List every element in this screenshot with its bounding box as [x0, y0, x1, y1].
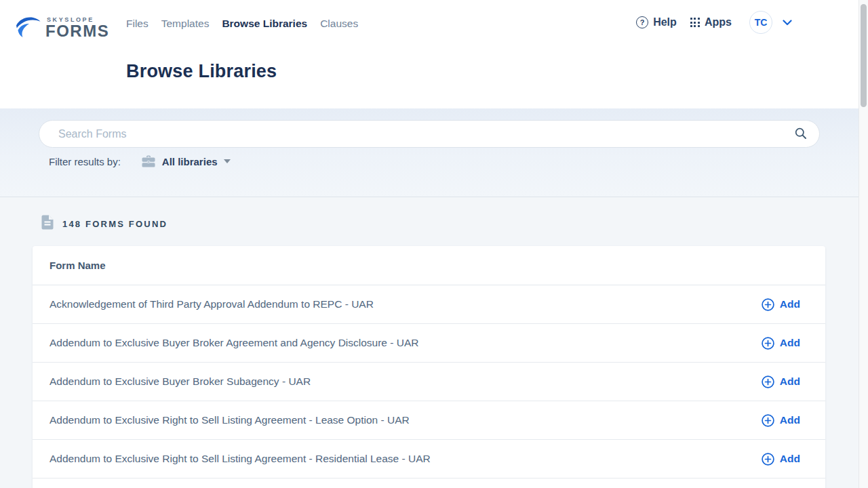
add-form-button[interactable]: Add [762, 337, 800, 350]
search-section: Filter results by: All libraries [0, 108, 868, 197]
results-summary: 148 FORMS FOUND [41, 215, 167, 232]
vertical-scrollbar-thumb[interactable] [861, 4, 867, 107]
filter-label: Filter results by: [49, 156, 121, 167]
plus-circle-icon [762, 414, 774, 427]
search-icon[interactable] [794, 127, 808, 143]
table-row[interactable]: Addendum to Exclusive Buyer Broker Agree… [33, 324, 825, 363]
nav-item-browse-libraries[interactable]: Browse Libraries [222, 18, 307, 29]
search-input[interactable] [39, 120, 820, 148]
add-button-label: Add [780, 298, 800, 310]
add-form-button[interactable]: Add [762, 414, 800, 427]
forms-found-count: 148 FORMS FOUND [62, 219, 167, 229]
table-row[interactable]: Addendum to Exclusive Buyer Broker Subag… [33, 363, 825, 401]
forms-table: Form Name Acknowledgement of Third Party… [33, 246, 825, 488]
top-header: SKYSLOPE FORMS Files Templates Browse Li… [0, 0, 868, 108]
user-avatar[interactable]: TC [749, 11, 772, 34]
table-row[interactable]: Acknowledgement of Third Party Approval … [33, 285, 825, 324]
help-button[interactable]: ? Help [636, 16, 677, 28]
logo-wordmark: SKYSLOPE FORMS [45, 16, 109, 39]
add-form-button[interactable]: Add [762, 453, 800, 466]
add-button-label: Add [780, 375, 800, 388]
nav-item-files[interactable]: Files [126, 18, 149, 29]
plus-circle-icon [762, 337, 774, 350]
help-question-icon: ? [636, 16, 648, 28]
main-nav: Files Templates Browse Libraries Clauses [126, 18, 358, 29]
vertical-scrollbar-track[interactable] [859, 0, 868, 488]
apps-grid-icon [690, 18, 700, 27]
add-button-label: Add [780, 414, 800, 426]
nav-item-clauses[interactable]: Clauses [320, 18, 358, 29]
document-icon [41, 215, 54, 232]
page-title: Browse Libraries [126, 61, 277, 82]
plus-circle-icon [762, 375, 774, 388]
logo-text-forms: FORMS [45, 23, 109, 39]
form-name: Addendum to Exclusive Right to Sell List… [50, 414, 410, 426]
apps-button[interactable]: Apps [677, 16, 732, 28]
table-header-row: Form Name [33, 246, 825, 285]
account-menu-chevron-down-icon[interactable] [783, 20, 792, 26]
form-name-column-header: Form Name [50, 260, 106, 271]
table-row-partial [33, 479, 825, 488]
filter-row: Filter results by: All libraries [49, 155, 231, 167]
help-label: Help [653, 16, 677, 28]
plus-circle-icon [762, 453, 774, 466]
skyslope-forms-logo[interactable]: SKYSLOPE FORMS [15, 16, 109, 41]
header-actions: ? Help Apps TC [636, 11, 792, 34]
search-bar [39, 120, 820, 148]
form-name: Addendum to Exclusive Right to Sell List… [50, 453, 431, 465]
filter-caret-down-icon[interactable] [224, 159, 231, 163]
form-name: Acknowledgement of Third Party Approval … [50, 298, 374, 310]
add-button-label: Add [780, 337, 800, 349]
form-name: Addendum to Exclusive Buyer Broker Subag… [50, 375, 311, 388]
plus-circle-icon [762, 298, 774, 311]
apps-label: Apps [705, 16, 732, 28]
main-content: 148 FORMS FOUND Form Name Acknowledgemen… [0, 198, 868, 488]
skyslope-swoosh-icon [15, 16, 42, 41]
table-row[interactable]: Addendum to Exclusive Right to Sell List… [33, 401, 825, 440]
table-row[interactable]: Addendum to Exclusive Right to Sell List… [33, 440, 825, 479]
add-form-button[interactable]: Add [762, 298, 800, 311]
add-form-button[interactable]: Add [762, 375, 800, 388]
form-name: Addendum to Exclusive Buyer Broker Agree… [50, 337, 418, 349]
briefcase-icon [142, 155, 155, 167]
nav-item-templates[interactable]: Templates [161, 18, 210, 29]
add-button-label: Add [780, 453, 800, 465]
library-filter-dropdown[interactable]: All libraries [162, 156, 218, 167]
